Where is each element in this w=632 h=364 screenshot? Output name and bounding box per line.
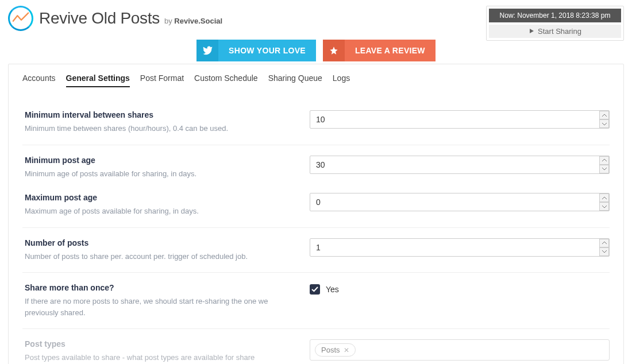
post-types-label: Post types [25, 339, 298, 348]
timestamp-label: Now: November 1, 2018 8:23:38 pm [489, 9, 621, 22]
app-logo [8, 6, 33, 31]
tab-accounts[interactable]: Accounts [22, 73, 56, 87]
max-age-label: Maximum post age [25, 193, 298, 202]
close-icon: ✕ [344, 346, 349, 354]
max-age-help: Maximum age of posts available for shari… [25, 206, 298, 217]
max-age-input[interactable] [310, 193, 610, 211]
share-more-label: Share more than once? [25, 283, 298, 292]
share-more-checkbox-label: Yes [326, 285, 339, 294]
start-sharing-button[interactable]: Start Sharing [489, 25, 621, 38]
share-more-help: If there are no more posts to share, we … [25, 296, 298, 318]
status-panel: Now: November 1, 2018 8:23:38 pm Start S… [486, 6, 624, 41]
num-posts-help: Number of posts to share per. account pe… [25, 251, 298, 262]
post-type-tag: Posts ✕ [315, 343, 356, 357]
min-interval-input[interactable] [310, 110, 610, 129]
stepper-up-icon[interactable] [599, 193, 609, 202]
app-byline: by Revive.Social [164, 17, 222, 25]
post-types-input: Posts ✕ [310, 339, 610, 361]
tab-custom-schedule[interactable]: Custom Schedule [194, 73, 258, 87]
play-icon [529, 27, 534, 36]
num-posts-label: Number of posts [25, 238, 298, 247]
min-interval-help: Minimum time between shares (hour/hours)… [25, 123, 298, 134]
stepper-up-icon[interactable] [599, 111, 609, 119]
min-age-input[interactable] [310, 156, 610, 174]
num-posts-input[interactable] [310, 238, 610, 257]
tab-logs[interactable]: Logs [333, 73, 350, 87]
stepper-up-icon[interactable] [599, 239, 609, 247]
app-title: Revive Old Posts [39, 9, 160, 28]
tab-sharing-queue[interactable]: Sharing Queue [268, 73, 322, 87]
tabs-nav: Accounts General Settings Post Format Cu… [22, 73, 610, 87]
leave-a-review-button[interactable]: LEAVE A REVIEW [323, 40, 436, 61]
stepper-down-icon[interactable] [599, 247, 609, 256]
stepper-down-icon[interactable] [599, 202, 609, 211]
min-interval-label: Minimum interval between shares [25, 110, 298, 119]
stepper-down-icon[interactable] [599, 119, 609, 128]
min-age-label: Minimum post age [25, 156, 298, 165]
min-age-help: Minimum age of posts available for shari… [25, 168, 298, 180]
stepper-down-icon[interactable] [599, 165, 609, 173]
show-your-love-button[interactable]: SHOW YOUR LOVE [196, 40, 316, 61]
star-icon [323, 40, 345, 61]
tab-general-settings[interactable]: General Settings [66, 73, 130, 87]
tab-post-format[interactable]: Post Format [140, 73, 184, 87]
share-more-checkbox[interactable] [310, 284, 320, 295]
twitter-icon [196, 40, 218, 61]
stepper-up-icon[interactable] [599, 156, 609, 165]
post-types-help: Post types available to share - what pos… [25, 352, 298, 363]
